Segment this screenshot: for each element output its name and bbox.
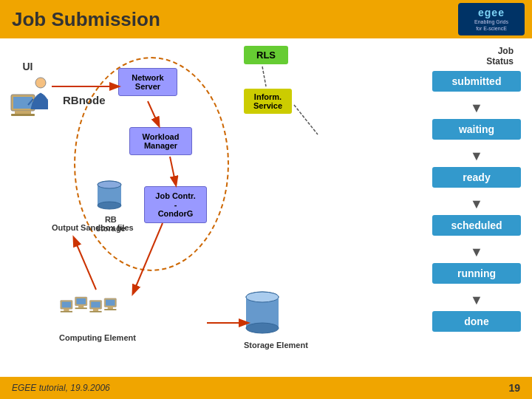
- ui-area: UI: [7, 61, 48, 120]
- status-ready: ready: [432, 167, 521, 188]
- status-submitted: submitted: [432, 71, 521, 92]
- svg-rect-20: [91, 301, 100, 307]
- status-ready-label: ready: [463, 171, 490, 183]
- svg-line-35: [74, 238, 96, 290]
- svg-rect-26: [104, 309, 116, 310]
- footer-page-number: 19: [508, 382, 520, 394]
- status-submitted-label: submitted: [452, 75, 502, 87]
- status-done-label: done: [464, 316, 488, 327]
- status-panel: JobStatus submitted ▼ waiting ▼ ready ▼ …: [362, 38, 532, 377]
- job-status-heading: JobStatus: [373, 46, 521, 66]
- arrow-ready-scheduled: ▼: [432, 197, 521, 212]
- svg-rect-17: [78, 306, 83, 308]
- status-scheduled-label: scheduled: [451, 219, 502, 231]
- svg-rect-22: [89, 311, 101, 313]
- storage-element-label: Storage Element: [244, 341, 308, 349]
- page-title: Job Submission: [12, 8, 160, 31]
- svg-rect-13: [64, 309, 69, 311]
- job-controller-box: Job Contr.-CondorG: [144, 186, 207, 223]
- output-sandbox-label: Output Sandbox files: [52, 223, 134, 232]
- workload-manager-box: WorkloadManager: [129, 127, 192, 155]
- svg-rect-21: [93, 309, 98, 311]
- svg-rect-14: [61, 311, 72, 313]
- diagram-area: UI RBnode Network Server W: [0, 38, 362, 377]
- inform-service-label: Inform.Service: [253, 92, 282, 110]
- workload-manager-label: WorkloadManager: [143, 132, 180, 150]
- inform-service-box: Inform.Service: [244, 89, 292, 114]
- egee-logo: egee Enabling Gridsfor E-sciencE: [458, 3, 525, 35]
- svg-rect-16: [76, 299, 86, 304]
- ui-label: UI: [23, 61, 33, 72]
- arrow-submitted-waiting: ▼: [432, 100, 521, 116]
- status-done: done: [432, 311, 521, 332]
- svg-rect-24: [106, 300, 115, 306]
- status-running-label: running: [457, 267, 496, 279]
- status-running: running: [432, 263, 521, 284]
- storage-element-icon: [244, 290, 281, 338]
- svg-rect-18: [75, 307, 87, 309]
- page-header: Job Submission egee Enabling Gridsfor E-…: [0, 0, 532, 38]
- svg-rect-25: [108, 307, 113, 309]
- computing-element-area: Computing Element: [59, 290, 136, 342]
- svg-point-29: [246, 323, 279, 333]
- network-server-label: Network Server: [132, 73, 163, 91]
- logo-tagline: Enabling Gridsfor E-sciencE: [474, 18, 508, 32]
- svg-rect-2: [11, 114, 35, 116]
- arrow-running-done: ▼: [432, 293, 521, 308]
- footer-tutorial-label: EGEE tutorial, 19.9.2006: [12, 383, 110, 393]
- storage-element-area: Storage Element: [244, 290, 308, 349]
- status-scheduled: scheduled: [432, 215, 521, 236]
- arrow-waiting-ready: ▼: [432, 149, 521, 164]
- network-server-box: Network Server: [118, 68, 177, 96]
- svg-point-4: [35, 78, 46, 88]
- svg-rect-1: [15, 111, 31, 114]
- status-waiting-label: waiting: [459, 123, 494, 135]
- job-controller-label: Job Contr.-CondorG: [155, 191, 195, 218]
- svg-rect-12: [62, 301, 72, 307]
- rls-box: RLS: [244, 46, 288, 64]
- rb-storage-icon: [96, 179, 123, 212]
- computing-element-icon: [59, 290, 126, 330]
- svg-line-36: [262, 66, 266, 86]
- svg-point-9: [98, 202, 121, 209]
- svg-point-30: [246, 292, 279, 302]
- svg-line-37: [294, 105, 318, 134]
- ui-person-icon: [7, 72, 48, 120]
- main-content: UI RBnode Network Server W: [0, 38, 532, 377]
- arrow-scheduled-running: ▼: [432, 245, 521, 260]
- page-footer: EGEE tutorial, 19.9.2006 19: [0, 377, 532, 399]
- rbnode-label: RBnode: [63, 94, 106, 106]
- svg-point-10: [98, 181, 121, 188]
- logo-brand-text: egee: [478, 7, 505, 18]
- computing-element-label: Computing Element: [59, 333, 136, 342]
- status-waiting: waiting: [432, 119, 521, 140]
